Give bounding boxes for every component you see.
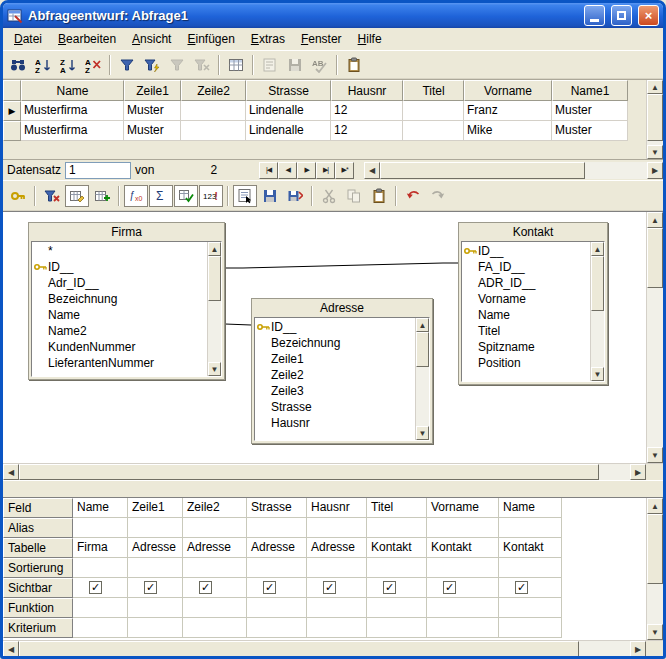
scrollbar-track[interactable] (208, 301, 221, 362)
titlebar[interactable]: Abfrageentwurf: Abfrage1 × (3, 3, 663, 28)
save-as-button[interactable] (283, 185, 307, 207)
column-header-name1[interactable]: Name1 (552, 80, 628, 101)
grid-cell[interactable] (427, 558, 499, 578)
field-list-scrollbar[interactable]: ▲ ▼ (207, 242, 221, 376)
select-all-corner[interactable] (3, 80, 21, 101)
scroll-up-icon[interactable]: ▲ (208, 242, 221, 256)
remove-sort-button[interactable]: A Z (81, 54, 105, 76)
menu-fenster[interactable]: Fenster (293, 29, 350, 49)
field-item[interactable]: ID__ (32, 259, 207, 275)
grid-cell[interactable] (247, 558, 307, 578)
grid-cell[interactable] (73, 558, 128, 578)
apply-filter-button[interactable] (165, 54, 189, 76)
field-item[interactable]: Name (462, 307, 590, 323)
field-list-scrollbar[interactable]: ▲ ▼ (590, 242, 604, 381)
grid-cell[interactable]: Name (499, 498, 562, 518)
first-record-button[interactable]: |◀ (259, 162, 278, 179)
scrollbar-track[interactable] (585, 162, 647, 179)
grid-cell[interactable] (128, 578, 183, 598)
cell[interactable]: Mike (464, 121, 552, 141)
functions-button[interactable]: ƒ x0 (124, 185, 148, 207)
cell[interactable]: Musterfirma (21, 121, 124, 141)
menu-ansicht[interactable]: Ansicht (124, 29, 179, 49)
paste-design-button[interactable] (367, 185, 391, 207)
scroll-left-icon[interactable]: ◀ (3, 641, 19, 657)
pane-splitter[interactable] (3, 480, 663, 497)
field-item[interactable]: Adr_ID__ (32, 275, 207, 291)
column-header-zeile1[interactable]: Zeile1 (124, 80, 181, 101)
field-item[interactable]: * (32, 243, 207, 259)
grid-cell[interactable]: Hausnr (307, 498, 367, 518)
grid-cell[interactable] (307, 578, 367, 598)
menu-extras[interactable]: Extras (243, 29, 293, 49)
paste-button[interactable] (342, 54, 366, 76)
visible-checkbox[interactable] (144, 581, 157, 594)
scroll-up-icon[interactable]: ▲ (647, 212, 663, 228)
scrollbar-thumb[interactable] (647, 94, 663, 141)
grid-cell[interactable] (499, 598, 562, 618)
grid-cell[interactable]: Kontakt (367, 538, 427, 558)
grid-row-header-alias[interactable]: Alias (3, 518, 73, 538)
scrollbar-thumb[interactable] (416, 332, 429, 367)
table-box-firma[interactable]: Firma * ID__ Adr_ID__ Bezeichnung Name N… (28, 222, 225, 380)
cell[interactable]: Lindenalle (246, 101, 331, 121)
grid-cell[interactable]: Zeile1 (128, 498, 183, 518)
scrollbar-track[interactable] (647, 584, 663, 624)
menu-einfuegen[interactable]: Einfügen (179, 29, 242, 49)
visible-checkbox[interactable] (383, 581, 396, 594)
column-header-titel[interactable]: Titel (403, 80, 464, 101)
grid-cell[interactable] (128, 618, 183, 638)
field-item[interactable]: Titel (462, 323, 590, 339)
scroll-right-icon[interactable]: ▶ (630, 641, 646, 657)
save-record-button[interactable] (283, 54, 307, 76)
grid-check-button[interactable] (174, 185, 198, 207)
totals-button[interactable]: Σ (149, 185, 173, 207)
field-item[interactable]: FA_ID__ (462, 259, 590, 275)
cell[interactable] (403, 121, 464, 141)
properties-button[interactable] (258, 54, 282, 76)
cell[interactable] (181, 121, 246, 141)
query-design-canvas[interactable]: Firma * ID__ Adr_ID__ Bezeichnung Name N… (3, 211, 663, 463)
field-item[interactable]: Vorname (462, 291, 590, 307)
grid-cell[interactable]: Zeile2 (183, 498, 247, 518)
scrollbar-thumb[interactable] (380, 162, 585, 179)
column-header-zeile2[interactable]: Zeile2 (181, 80, 246, 101)
grid-cell[interactable] (427, 518, 499, 538)
scroll-up-icon[interactable]: ▲ (591, 242, 604, 256)
field-item[interactable]: Bezeichnung (255, 335, 415, 351)
grid-cell[interactable] (247, 618, 307, 638)
datasheet-view-button[interactable] (224, 54, 248, 76)
grid-cell[interactable]: Adresse (183, 538, 247, 558)
field-item[interactable]: KundenNummer (32, 339, 207, 355)
grid-cell[interactable] (183, 618, 247, 638)
grid-cell[interactable]: Name (73, 498, 128, 518)
grid-cell[interactable]: Kontakt (427, 538, 499, 558)
grid-row-header-tabelle[interactable]: Tabelle (3, 538, 73, 558)
scrollbar-track[interactable] (579, 641, 630, 657)
scrollbar-thumb[interactable] (647, 514, 663, 584)
scrollbar-track[interactable] (647, 288, 663, 447)
grid-cell[interactable] (367, 598, 427, 618)
scroll-left-icon[interactable]: ◀ (364, 162, 380, 179)
table-title[interactable]: Firma (29, 223, 224, 240)
cell[interactable]: 12 (331, 101, 403, 121)
column-header-vorname[interactable]: Vorname (464, 80, 552, 101)
cell[interactable]: Lindenalle (246, 121, 331, 141)
scroll-down-icon[interactable]: ▼ (647, 145, 663, 159)
field-item[interactable]: Position (462, 355, 590, 371)
grid-cell[interactable] (247, 518, 307, 538)
grid-row-header-feld[interactable]: Feld (3, 498, 73, 518)
grid-cell[interactable]: Firma (73, 538, 128, 558)
properties-sheet-button[interactable] (233, 185, 257, 207)
scroll-down-icon[interactable]: ▼ (647, 447, 663, 463)
visible-checkbox[interactable] (443, 581, 456, 594)
cell[interactable] (403, 101, 464, 121)
grid-cell[interactable] (73, 618, 128, 638)
remove-filter-button[interactable] (190, 54, 214, 76)
record-horizontal-scrollbar[interactable]: ◀ ▶ (364, 162, 663, 179)
design-horizontal-scrollbar[interactable]: ◀ ▶ (3, 463, 663, 480)
field-item[interactable]: Zeile1 (255, 351, 415, 367)
grid-cell[interactable] (73, 578, 128, 598)
menu-datei[interactable]: Datei (6, 29, 50, 49)
visible-checkbox[interactable] (199, 581, 212, 594)
